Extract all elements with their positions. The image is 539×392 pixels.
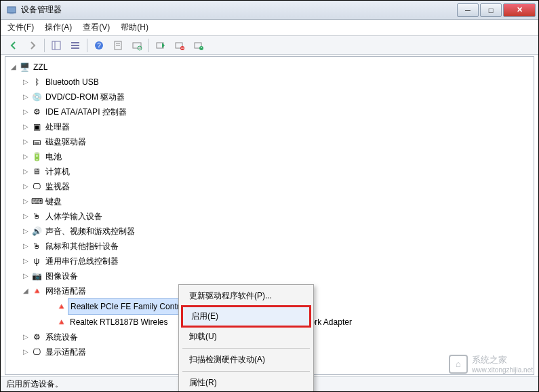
collapse-icon[interactable]: ◢ — [9, 60, 18, 74]
category-label[interactable]: 系统设备 — [43, 330, 80, 345]
show-hide-tree-button[interactable] — [49, 38, 64, 53]
category-label[interactable]: 键盘 — [43, 194, 64, 209]
back-button[interactable] — [6, 38, 21, 53]
menu-action[interactable]: 操作(A) — [45, 22, 72, 33]
expand-icon[interactable]: ▷ — [22, 135, 30, 149]
category-label[interactable]: 鼠标和其他指针设备 — [43, 239, 121, 254]
tree-category[interactable]: ▷🖴磁盘驱动器 — [22, 134, 532, 149]
expand-icon[interactable]: ▷ — [22, 254, 30, 268]
menu-enable[interactable]: 启用(E) — [181, 305, 311, 328]
category-label[interactable]: Bluetooth USB — [43, 75, 101, 90]
uninstall-button[interactable] — [172, 38, 187, 53]
toolbar-separator — [87, 39, 87, 52]
category-label[interactable]: IDE ATA/ATAPI 控制器 — [43, 104, 129, 119]
tree-root[interactable]: ◢ 🖥️ ZZL — [9, 60, 532, 75]
toolbar: ? — [1, 36, 538, 55]
tree-category[interactable]: ▷🖱鼠标和其他指针设备 — [22, 239, 532, 254]
category-label[interactable]: 显示适配器 — [43, 345, 88, 359]
menu-view[interactable]: 查看(V) — [83, 22, 110, 33]
expand-icon[interactable]: ▷ — [22, 269, 30, 283]
svg-rect-6 — [71, 47, 79, 49]
category-label[interactable]: 磁盘驱动器 — [43, 134, 88, 149]
tree-category[interactable]: ▷⚙IDE ATA/ATAPI 控制器 — [22, 104, 532, 119]
tree-category[interactable]: ▷ψ通用串行总线控制器 — [22, 254, 532, 269]
sound-icon: 🔊 — [31, 226, 42, 237]
close-button[interactable]: ✕ — [503, 3, 536, 17]
category-label[interactable]: 图像设备 — [43, 269, 80, 283]
category-label[interactable]: DVD/CD-ROM 驱动器 — [43, 90, 127, 104]
tree-category[interactable]: ▷⌨键盘 — [22, 194, 532, 209]
expand-icon[interactable]: ▷ — [22, 90, 30, 104]
menu-scan-hardware[interactable]: 扫描检测硬件改动(A) — [181, 351, 311, 369]
cpu-icon: ▣ — [31, 121, 42, 132]
expand-icon[interactable]: ▷ — [22, 330, 30, 344]
maximize-button[interactable]: □ — [480, 3, 502, 17]
tree-category[interactable]: ▷▣处理器 — [22, 119, 532, 134]
tree-category[interactable]: ▷ᛒBluetooth USB — [22, 75, 532, 90]
computer-icon: 🖥 — [31, 166, 42, 177]
image-icon: 📷 — [31, 271, 42, 281]
category-label[interactable]: 电池 — [43, 149, 64, 164]
expand-icon[interactable]: ▷ — [22, 224, 30, 238]
tree-category[interactable]: ▷🔋电池 — [22, 149, 532, 164]
tree-category[interactable]: ▷📷图像设备 — [22, 269, 532, 283]
svg-rect-0 — [7, 7, 16, 13]
category-label[interactable]: 网络适配器 — [43, 283, 88, 298]
disk-icon: 🖴 — [31, 136, 42, 147]
forward-button[interactable] — [25, 38, 40, 53]
usb-icon: ψ — [31, 256, 42, 267]
context-menu: 更新驱动程序软件(P)... 启用(E) 卸载(U) 扫描检测硬件改动(A) 属… — [178, 284, 314, 392]
keyboard-icon: ⌨ — [31, 196, 42, 207]
bluetooth-icon: ᛒ — [31, 77, 42, 87]
app-icon — [6, 5, 17, 16]
tree-category[interactable]: ▷🖱人体学输入设备 — [22, 209, 532, 224]
root-label[interactable]: ZZL — [31, 60, 49, 75]
enable-device-button[interactable] — [153, 38, 168, 53]
ide-icon: ⚙ — [31, 106, 42, 117]
update-driver-button[interactable] — [191, 38, 206, 53]
minimize-button[interactable]: ─ — [457, 3, 479, 17]
tree-category[interactable]: ▷💿DVD/CD-ROM 驱动器 — [22, 90, 532, 104]
menu-update-driver[interactable]: 更新驱动程序软件(P)... — [181, 287, 311, 305]
network-adapter-icon: 🔺 — [56, 301, 66, 312]
expand-icon[interactable]: ▷ — [22, 195, 30, 208]
window-controls: ─ □ ✕ — [457, 3, 536, 17]
svg-rect-2 — [52, 41, 60, 50]
expand-icon[interactable]: ▷ — [22, 165, 30, 178]
svg-rect-12 — [133, 43, 141, 48]
expand-icon[interactable]: ▷ — [22, 120, 30, 134]
collapse-icon[interactable]: ◢ — [22, 284, 30, 298]
svg-rect-4 — [71, 42, 79, 43]
expand-icon[interactable]: ▷ — [22, 239, 30, 253]
svg-rect-1 — [9, 14, 14, 14]
category-label[interactable]: 计算机 — [43, 164, 72, 179]
menu-help[interactable]: 帮助(H) — [121, 22, 148, 33]
expand-icon[interactable]: ▷ — [22, 75, 30, 89]
tree-category[interactable]: ▷🔊声音、视频和游戏控制器 — [22, 224, 532, 239]
device-label[interactable]: Realtek RTL8187B Wireles — [68, 315, 170, 330]
network-adapter-icon: 🔺 — [56, 317, 66, 328]
view-list-button[interactable] — [68, 38, 83, 53]
category-label[interactable]: 声音、视频和游戏控制器 — [43, 224, 137, 239]
expand-icon[interactable]: ▷ — [22, 180, 30, 193]
menu-properties[interactable]: 属性(R) — [181, 374, 311, 392]
category-label[interactable]: 通用串行总线控制器 — [43, 254, 121, 269]
properties-button[interactable] — [111, 38, 125, 53]
expand-icon[interactable]: ▷ — [22, 105, 30, 119]
category-label[interactable]: 人体学输入设备 — [43, 209, 104, 224]
expand-icon[interactable]: ▷ — [22, 150, 30, 163]
category-label[interactable]: 监视器 — [43, 179, 72, 194]
toolbar-separator — [44, 39, 45, 52]
monitor-icon: 🖵 — [31, 181, 42, 192]
scan-button[interactable] — [129, 38, 144, 53]
help-button[interactable]: ? — [92, 38, 106, 53]
menu-file[interactable]: 文件(F) — [7, 22, 34, 33]
category-label[interactable]: 处理器 — [43, 119, 72, 134]
menubar: 文件(F) 操作(A) 查看(V) 帮助(H) — [1, 20, 538, 36]
expand-icon[interactable]: ▷ — [22, 210, 30, 223]
tree-category[interactable]: ▷🖥计算机 — [22, 164, 532, 179]
expand-icon[interactable]: ▷ — [22, 345, 30, 359]
network-icon: 🔺 — [31, 286, 42, 296]
tree-category[interactable]: ▷🖵监视器 — [22, 179, 532, 194]
menu-uninstall[interactable]: 卸载(U) — [181, 328, 311, 346]
